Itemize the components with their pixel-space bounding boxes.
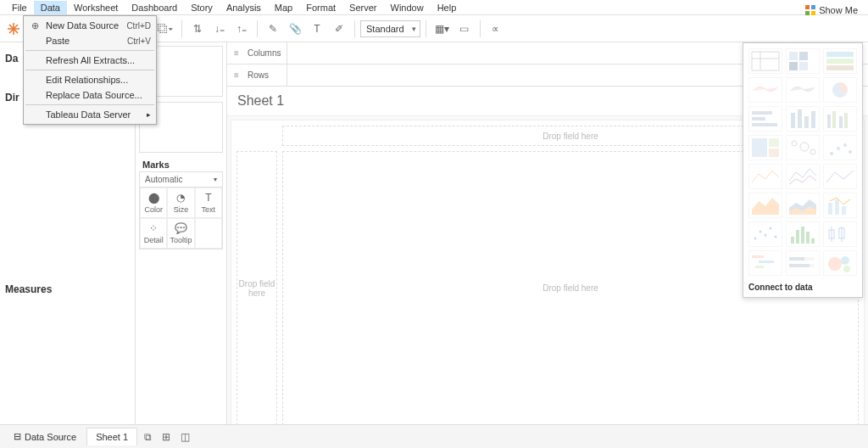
marks-type-label: Automatic bbox=[145, 175, 182, 184]
svg-rect-5 bbox=[811, 5, 815, 9]
svg-rect-12 bbox=[799, 52, 808, 60]
menu-help[interactable]: Help bbox=[431, 1, 464, 14]
menu-separator bbox=[25, 70, 154, 70]
viz-type-side-bar[interactable] bbox=[823, 106, 857, 132]
svg-rect-19 bbox=[752, 111, 772, 115]
group-icon[interactable]: 📎 bbox=[285, 19, 305, 39]
columns-label: Columns bbox=[227, 48, 287, 58]
menu-refresh-extracts[interactable]: Refresh All Extracts... bbox=[24, 53, 156, 68]
svg-rect-23 bbox=[798, 109, 802, 128]
tooltip-icon: 💬 bbox=[170, 222, 192, 234]
viz-type-map-filled[interactable] bbox=[786, 77, 820, 103]
menu-paste[interactable]: Paste Ctrl+V bbox=[24, 33, 156, 48]
menu-file[interactable]: File bbox=[5, 1, 34, 14]
marks-color[interactable]: ⬤Color bbox=[140, 188, 167, 218]
viz-type-area-discrete[interactable] bbox=[786, 193, 820, 218]
menu-edit-relationships[interactable]: Edit Relationships... bbox=[24, 72, 156, 87]
viz-type-side-circle[interactable] bbox=[823, 135, 857, 160]
menu-map[interactable]: Map bbox=[268, 1, 299, 14]
duplicate-icon[interactable]: ⿻▾ bbox=[154, 19, 176, 39]
svg-point-38 bbox=[843, 143, 847, 147]
viz-type-packed-bubbles[interactable] bbox=[823, 250, 857, 276]
svg-rect-42 bbox=[842, 206, 846, 215]
marks-type-select[interactable]: Automatic bbox=[140, 172, 222, 188]
menu-dashboard[interactable]: Dashboard bbox=[125, 1, 184, 14]
viz-type-stacked-bar[interactable] bbox=[786, 106, 820, 132]
menu-format[interactable]: Format bbox=[299, 1, 342, 14]
svg-point-46 bbox=[770, 227, 772, 230]
fit-select[interactable]: Standard bbox=[360, 20, 420, 37]
viz-type-bullet[interactable] bbox=[786, 250, 820, 276]
viz-type-pie[interactable] bbox=[823, 77, 857, 103]
show-me-footer: Connect to data bbox=[748, 283, 857, 292]
toolbar-divider bbox=[354, 20, 355, 37]
menubar: File Data Worksheet Dashboard Story Anal… bbox=[0, 0, 868, 15]
tab-data-source[interactable]: ⊟ Data Source bbox=[5, 428, 85, 445]
sort-desc-icon[interactable]: ↑₌ bbox=[231, 19, 252, 39]
svg-point-66 bbox=[843, 266, 850, 272]
marks-cell-label: Detail bbox=[144, 236, 164, 244]
viz-type-gantt[interactable] bbox=[748, 250, 782, 276]
menu-server[interactable]: Server bbox=[342, 1, 383, 14]
tableau-logo-icon[interactable] bbox=[3, 19, 24, 39]
marks-title: Marks bbox=[139, 158, 223, 171]
menu-data[interactable]: Data bbox=[34, 1, 67, 14]
menu-item-label: New Data Source bbox=[46, 20, 119, 31]
new-dashboard-tab-icon[interactable]: ⊞ bbox=[158, 428, 175, 445]
svg-point-34 bbox=[800, 143, 809, 151]
svg-point-47 bbox=[775, 236, 777, 238]
svg-point-44 bbox=[760, 231, 762, 233]
shortcut-label: Ctrl+V bbox=[127, 36, 151, 46]
new-worksheet-tab-icon[interactable]: ⧉ bbox=[139, 428, 156, 445]
viz-type-treemap[interactable] bbox=[748, 135, 782, 160]
viz-type-hbar[interactable] bbox=[748, 106, 782, 132]
marks-detail[interactable]: ⁘Detail bbox=[140, 218, 167, 249]
viz-type-line-discrete[interactable] bbox=[786, 164, 820, 189]
tab-label: Sheet 1 bbox=[96, 432, 128, 442]
svg-rect-13 bbox=[789, 62, 798, 70]
share-icon[interactable]: ∝ bbox=[486, 19, 506, 39]
menu-story[interactable]: Story bbox=[184, 1, 220, 14]
viz-type-line-continuous[interactable] bbox=[748, 164, 782, 189]
marks-tooltip[interactable]: 💬Tooltip bbox=[167, 218, 194, 249]
presentation-icon[interactable]: ▭ bbox=[454, 19, 475, 39]
viz-type-scatter[interactable] bbox=[748, 221, 782, 247]
highlight-icon[interactable]: ✎ bbox=[263, 19, 283, 39]
labels-icon[interactable]: ✐ bbox=[329, 19, 349, 39]
swap-icon[interactable]: ⇅ bbox=[187, 19, 208, 39]
viz-type-area-continuous[interactable] bbox=[748, 193, 782, 218]
viz-type-text-table[interactable] bbox=[748, 48, 782, 74]
menu-worksheet[interactable]: Worksheet bbox=[67, 1, 125, 14]
viz-type-dual-line[interactable] bbox=[823, 164, 857, 189]
menu-item-label: Refresh All Extracts... bbox=[46, 55, 135, 65]
tab-sheet1[interactable]: Sheet 1 bbox=[86, 428, 137, 445]
viz-type-dual-combination[interactable] bbox=[823, 193, 857, 218]
sort-asc-icon[interactable]: ↓₌ bbox=[209, 19, 230, 39]
rows-label: Rows bbox=[227, 70, 287, 80]
viz-type-box-plot[interactable] bbox=[823, 221, 857, 247]
viz-type-highlight-table[interactable] bbox=[823, 48, 857, 74]
marks-text[interactable]: TText bbox=[195, 188, 222, 218]
cylinder-plus-icon: ⊕ bbox=[29, 20, 41, 31]
new-story-tab-icon[interactable]: ◫ bbox=[176, 428, 193, 445]
viz-type-heat-map[interactable] bbox=[786, 48, 820, 74]
menu-tableau-data-server[interactable]: Tableau Data Server ▸ bbox=[24, 107, 156, 122]
viz-type-symbol-map[interactable] bbox=[748, 77, 782, 103]
text-icon: T bbox=[198, 192, 220, 204]
svg-rect-11 bbox=[789, 52, 798, 60]
view-cards-icon[interactable]: ▦▾ bbox=[431, 19, 453, 39]
toolbar-divider bbox=[181, 20, 182, 37]
svg-point-45 bbox=[765, 234, 767, 237]
totals-icon[interactable]: T bbox=[307, 19, 327, 39]
svg-rect-41 bbox=[835, 199, 839, 215]
viz-type-histogram[interactable] bbox=[786, 221, 820, 247]
menu-analysis[interactable]: Analysis bbox=[220, 1, 268, 14]
show-me-icon bbox=[805, 5, 815, 15]
menu-window[interactable]: Window bbox=[384, 1, 431, 14]
menu-new-data-source[interactable]: ⊕ New Data Source Ctrl+D bbox=[24, 18, 156, 33]
marks-size[interactable]: ◔Size bbox=[167, 188, 194, 218]
viz-type-circle-view[interactable] bbox=[786, 135, 820, 160]
drop-target-rows[interactable]: Drop field here bbox=[236, 151, 277, 425]
menu-replace-data-source[interactable]: Replace Data Source... bbox=[24, 87, 156, 103]
show-me-button[interactable]: Show Me bbox=[800, 3, 863, 17]
